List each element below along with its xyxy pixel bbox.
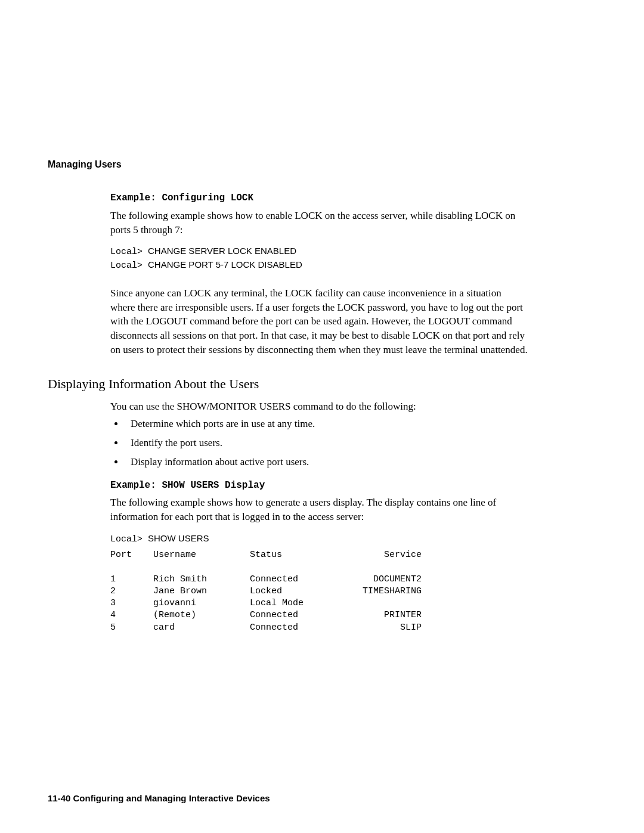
terminal-block-2: Local> SHOW USERS Port Username Status S… bbox=[110, 532, 528, 634]
users-table: Port Username Status Service 1 Rich Smit… bbox=[110, 549, 528, 634]
terminal-prompt-3: Local> bbox=[110, 534, 143, 544]
subsection-heading: Displaying Information About the Users bbox=[48, 375, 528, 394]
terminal-prompt-1: Local> bbox=[110, 247, 143, 257]
bullet-list: Determine which ports are in use at any … bbox=[110, 417, 528, 469]
content-block-1: Example: Configuring LOCK The following … bbox=[110, 191, 528, 357]
terminal-line-3: Local> SHOW USERS bbox=[110, 532, 528, 546]
terminal-line-2: Local> CHANGE PORT 5-7 LOCK DISABLED bbox=[110, 259, 528, 272]
example1-followup: Since anyone can LOCK any terminal, the … bbox=[110, 286, 528, 357]
example2-intro: The following example shows how to gener… bbox=[110, 496, 528, 524]
section-header: Managing Users bbox=[48, 158, 528, 171]
page-footer: 11-40 Configuring and Managing Interacti… bbox=[48, 792, 270, 804]
content-block-2: You can use the SHOW/MONITOR USERS comma… bbox=[110, 400, 528, 634]
terminal-cmd-3: SHOW USERS bbox=[148, 533, 209, 543]
terminal-prompt-2: Local> bbox=[110, 261, 143, 271]
terminal-cmd-1: CHANGE SERVER LOCK ENABLED bbox=[148, 246, 296, 256]
page: Managing Users Example: Configuring LOCK… bbox=[0, 0, 644, 833]
terminal-line-1: Local> CHANGE SERVER LOCK ENABLED bbox=[110, 245, 528, 258]
list-item: Display information about active port us… bbox=[125, 455, 528, 469]
terminal-cmd-2: CHANGE PORT 5-7 LOCK DISABLED bbox=[148, 259, 302, 270]
example-heading-2: Example: SHOW USERS Display bbox=[110, 479, 528, 492]
list-item: Identify the port users. bbox=[125, 436, 528, 450]
example-heading-1: Example: Configuring LOCK bbox=[110, 191, 528, 205]
terminal-block-1: Local> CHANGE SERVER LOCK ENABLED Local>… bbox=[110, 245, 528, 272]
list-item: Determine which ports are in use at any … bbox=[125, 417, 528, 431]
subsection-intro: You can use the SHOW/MONITOR USERS comma… bbox=[110, 400, 528, 414]
example1-intro: The following example shows how to enabl… bbox=[110, 209, 528, 237]
